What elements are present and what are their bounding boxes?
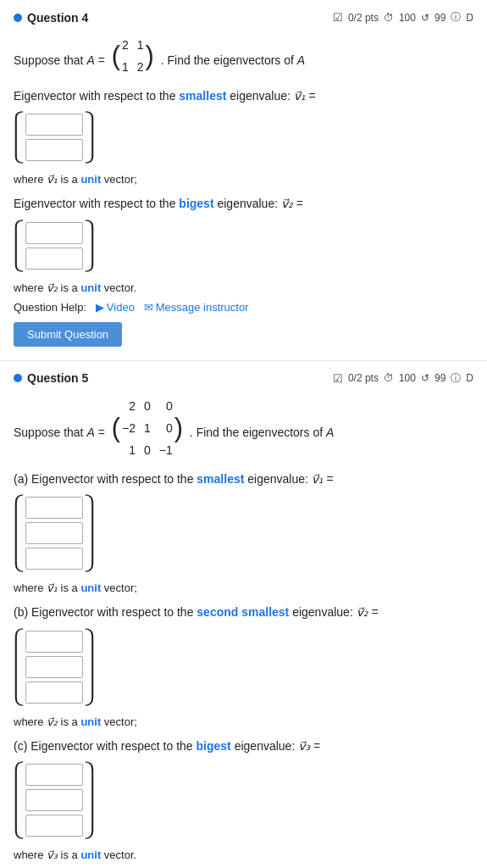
q5-v3-input-block (14, 760, 473, 840)
q5-v3-inputs (25, 760, 83, 840)
q4-info-icon: ⓘ (451, 10, 461, 25)
q4-eigen1-label: Eigenvector with respect to the smallest… (14, 86, 473, 105)
q5-v1-row3-input[interactable] (25, 548, 83, 570)
q5-v2-input-block (14, 627, 473, 707)
q4-v2-input-block (14, 219, 473, 273)
q4-v1-label: v⃗₁ (294, 89, 306, 103)
q4-A-ref: A (297, 53, 305, 67)
q5-bracket-left: ( (112, 415, 120, 442)
q5-bracket-right: ) (174, 415, 183, 442)
q5-unit3-note: where v⃗₃ is a unit vector. (14, 849, 473, 861)
q4-timer-icon: ⏱ (384, 12, 394, 24)
q5-v3-bracket-left-svg (14, 760, 25, 840)
q4-submit-button[interactable]: Submit Question (14, 322, 122, 347)
q4-smallest-text: smallest (179, 89, 226, 103)
q4-v1-input-block (14, 110, 473, 164)
q4-m10: 1 (122, 57, 129, 77)
q4-meta: ☑ 0/2 pts ⏱ 100 ↺ 99 ⓘ D (333, 10, 473, 25)
q4-v2-bracket-left-svg (14, 219, 25, 273)
q4-timer: 100 (399, 12, 416, 24)
q4-video-label: Video (107, 301, 135, 314)
q5-d: D (466, 372, 473, 384)
q4-v1-bracket-right-svg (83, 110, 95, 164)
q5-v1-input-block (14, 493, 473, 573)
q5-v2-row2-input[interactable] (25, 656, 83, 678)
q4-number: Question 4 (27, 11, 88, 25)
q4-v2-row2-input[interactable] (25, 248, 83, 270)
q5-m01: 0 (144, 396, 151, 416)
q4-bracket-left: ( (112, 43, 120, 70)
q4-problem-text: Suppose that A = ( 2 1 1 2 ) . Find the … (14, 35, 473, 78)
question-4-header: Question 4 ☑ 0/2 pts ⏱ 100 ↺ 99 ⓘ D (14, 10, 473, 25)
question-5-header: Question 5 ☑ 0/2 pts ⏱ 100 ↺ 99 ⓘ D (14, 371, 473, 386)
q5-problem-text: Suppose that A = ( 2 0 0 −2 1 0 1 0 −1 )… (14, 396, 473, 461)
q4-message-link[interactable]: ✉ Message instructor (144, 301, 249, 314)
q5-m11: 1 (144, 418, 151, 438)
q5-eigen3-label: (c) Eigenvector with respect to the bige… (14, 737, 473, 755)
q4-message-label: Message instructor (156, 301, 249, 314)
q5-checkbox-icon: ☑ (333, 372, 343, 385)
q4-v2-bracket-container (14, 219, 95, 273)
q4-v1-row2-input[interactable] (25, 139, 83, 161)
q4-attempts-icon: ↺ (421, 12, 429, 24)
q4-v2-label: v⃗₂ (281, 197, 293, 210)
q5-m02: 0 (159, 396, 173, 416)
q4-m01: 1 (137, 35, 144, 55)
q5-v1-bracket-container (14, 493, 95, 573)
q5-matrix-content: 2 0 0 −2 1 0 1 0 −1 (122, 396, 173, 461)
q4-d: D (466, 12, 473, 24)
q4-help-label: Question Help: (14, 301, 86, 314)
q5-v3-row1-input[interactable] (25, 764, 83, 786)
q5-v1-row2-input[interactable] (25, 522, 83, 544)
q4-matrix-content: 2 1 1 2 (122, 35, 144, 78)
q4-v2-inputs (25, 219, 83, 273)
q5-v2-bracket-left-svg (14, 627, 25, 707)
q4-unit1-note: where v⃗₁ is a unit vector; (14, 173, 473, 186)
question-5-title: Question 5 (14, 371, 88, 385)
q4-v1-inputs (25, 110, 83, 164)
q4-m00: 2 (122, 35, 129, 55)
q5-info-icon: ⓘ (451, 371, 461, 386)
q5-m12: 0 (159, 418, 173, 438)
q4-v2-bracket-right-svg (83, 219, 95, 273)
q5-unit1-note: where v⃗₁ is a unit vector; (14, 581, 473, 594)
q4-v1-row1-input[interactable] (25, 114, 83, 136)
q5-v1-row1-input[interactable] (25, 497, 83, 519)
q5-timer-icon: ⏱ (384, 372, 394, 384)
q5-m20: 1 (122, 440, 136, 460)
q4-unit2-note: where v⃗₂ is a unit vector. (14, 281, 473, 294)
q5-number: Question 5 (27, 371, 88, 385)
q5-v2-inputs (25, 627, 83, 707)
q4-eigen2-label: Eigenvector with respect to the bigest e… (14, 194, 473, 213)
q4-checkbox-icon: ☑ (333, 11, 343, 24)
q5-v3-bracket-container (14, 760, 95, 840)
q4-video-link[interactable]: ▶ Video (96, 301, 135, 314)
question-4-title: Question 4 (14, 11, 88, 25)
q5-m10: −2 (122, 418, 136, 438)
q5-attempts: 99 (434, 372, 445, 384)
q4-help: Question Help: ▶ Video ✉ Message instruc… (14, 301, 473, 314)
q5-v2-bracket-container (14, 627, 95, 707)
q4-v2-row1-input[interactable] (25, 222, 83, 244)
q5-pts: 0/2 pts (348, 372, 379, 384)
q5-eigen2-label: (b) Eigenvector with respect to the seco… (14, 603, 473, 621)
q5-m22: −1 (159, 440, 173, 460)
q5-A-ref: A (326, 426, 334, 439)
q4-v1-bracket-left-svg (14, 110, 25, 164)
q5-eigen1-label: (a) Eigenvector with respect to the smal… (14, 470, 473, 488)
q4-message-icon: ✉ (144, 301, 153, 314)
q4-text-prefix: Suppose that (14, 53, 86, 67)
q5-v1-bracket-right-svg (83, 493, 95, 573)
q5-meta: ☑ 0/2 pts ⏱ 100 ↺ 99 ⓘ D (333, 371, 473, 386)
q5-v3-row2-input[interactable] (25, 789, 83, 811)
q5-v2-bracket-right-svg (83, 627, 95, 707)
q5-v2-row3-input[interactable] (25, 682, 83, 704)
q4-pts: 0/2 pts (348, 12, 379, 24)
question-5-block: Question 5 ☑ 0/2 pts ⏱ 100 ↺ 99 ⓘ D Supp… (0, 361, 487, 868)
q4-m11: 2 (137, 57, 144, 77)
q4-video-icon: ▶ (96, 301, 104, 314)
q5-v1-bracket-left-svg (14, 493, 25, 573)
q5-unit2-note: where v⃗₂ is a unit vector; (14, 715, 473, 728)
q5-v3-row3-input[interactable] (25, 815, 83, 837)
q5-v2-row1-input[interactable] (25, 631, 83, 653)
